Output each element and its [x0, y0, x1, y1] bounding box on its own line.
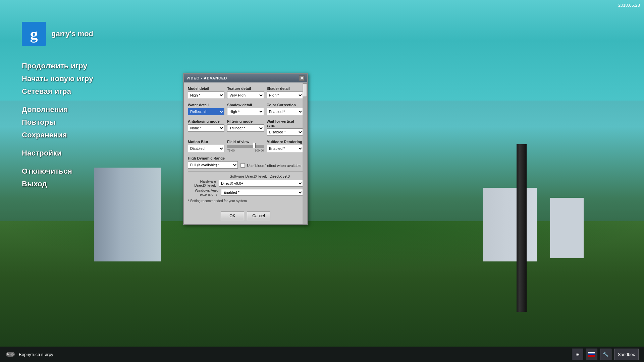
dialog-buttons: OK Cancel [184, 209, 307, 224]
antialiasing-label: Antialiasing mode [188, 119, 224, 123]
model-detail-group: Model detail High * [188, 86, 224, 99]
shader-detail-label: Shader detail [267, 86, 303, 90]
software-dx-row: Software DirectX level: DirectX v9.0 [188, 174, 303, 178]
sandbox-button[interactable]: Sandbox [614, 349, 639, 360]
detail-row-2: Water detail Reflect all Shadow detail H… [188, 103, 303, 115]
svg-rect-7 [588, 352, 595, 354]
hdr-row: High Dynamic Range Full (if available) *… [188, 156, 303, 169]
wrench-icon: 🔧 [603, 352, 608, 357]
shader-detail-select[interactable]: High * [267, 92, 303, 99]
software-dx-value: DirectX v9.0 [270, 174, 303, 178]
svg-rect-9 [588, 355, 595, 357]
taskbar-right: ⊞ 🔧 Sandbox [572, 349, 639, 360]
texture-detail-select[interactable]: Very High [227, 92, 264, 99]
vsync-select[interactable]: Disabled * [267, 128, 303, 136]
software-dx-label: Software DirectX level: [230, 174, 267, 178]
flag-button[interactable] [586, 349, 597, 360]
taskbar: Вернуться в игру ⊞ 🔧 Sandbox [0, 347, 644, 362]
dialog-scrollbar[interactable] [303, 83, 307, 224]
fov-max: 100.00 [255, 149, 264, 152]
hdr-select[interactable]: Full (if available) * [188, 161, 238, 169]
model-detail-label: Model detail [188, 86, 224, 90]
fov-slider-thumb[interactable] [253, 143, 256, 148]
divider [188, 171, 303, 172]
model-detail-select[interactable]: High * [188, 92, 224, 99]
windows-icon: ⊞ [576, 352, 580, 357]
filtering-label: Filtering mode [227, 119, 264, 123]
svg-point-6 [12, 355, 13, 356]
controller-icon [5, 351, 15, 358]
shadow-detail-label: Shadow detail [227, 103, 264, 107]
return-to-game-label[interactable]: Вернуться в игру [19, 352, 53, 357]
detail-row-4: Motion Blur Disabled Field of view 75.00… [188, 140, 303, 152]
dialog-titlebar: VIDEO - ADVANCED ✕ [184, 74, 307, 82]
svg-point-5 [11, 354, 12, 355]
color-correction-select[interactable]: Enabled * [267, 108, 303, 115]
motion-blur-group: Motion Blur Disabled [188, 140, 224, 152]
ok-button[interactable]: OK [221, 212, 244, 220]
settings-note: * Setting recommended for your system [188, 199, 303, 203]
flag-icon [588, 352, 595, 357]
hardware-dx-label: Hardware DirectX level: [188, 179, 216, 187]
filtering-select[interactable]: Trilinear * [227, 124, 264, 132]
detail-row-1: Model detail High * Texture detail Very … [188, 86, 303, 99]
sandbox-label: Sandbox [618, 352, 635, 357]
antialiasing-group: Antialiasing mode None * [188, 119, 224, 136]
dialog-title: VIDEO - ADVANCED [186, 76, 227, 80]
windows-aero-row: Windows Aero extensions: Enabled * [188, 188, 303, 196]
texture-detail-group: Texture detail Very High [227, 86, 264, 99]
windows-aero-select[interactable]: Enabled * [221, 189, 303, 196]
antialiasing-select[interactable]: None * [188, 124, 224, 132]
fov-min: 75.00 [227, 149, 235, 152]
shadow-detail-select[interactable]: High * [227, 108, 264, 115]
multicore-label: Multicore Rendering [267, 140, 303, 144]
windows-aero-label: Windows Aero extensions: [188, 188, 218, 196]
multicore-group: Multicore Rendering Enabled * [267, 140, 303, 152]
hardware-dx-row: Hardware DirectX level: DirectX v9.0+ [188, 179, 303, 187]
vsync-group: Wait for vertical sync Disabled * [267, 119, 303, 136]
svg-point-3 [12, 353, 13, 354]
motion-blur-select[interactable]: Disabled [188, 145, 224, 152]
bloom-group: Use 'bloom' effect when available [240, 157, 303, 168]
water-detail-label: Water detail [188, 103, 224, 107]
vsync-label: Wait for vertical sync [267, 119, 303, 127]
cancel-button[interactable]: Cancel [247, 212, 270, 220]
wrench-button[interactable]: 🔧 [600, 349, 611, 360]
svg-point-4 [13, 354, 14, 355]
hdr-group: High Dynamic Range Full (if available) * [188, 156, 238, 169]
fov-label: Field of view [227, 140, 264, 144]
video-advanced-dialog: VIDEO - ADVANCED ✕ Model detail High * T… [183, 73, 308, 225]
water-detail-select[interactable]: Reflect all [188, 108, 224, 115]
color-correction-group: Color Correction Enabled * [267, 103, 303, 115]
software-info: Software DirectX level: DirectX v9.0 Har… [188, 174, 303, 196]
bloom-label: Use 'bloom' effect when available [247, 164, 301, 168]
shader-detail-group: Shader detail High * [267, 86, 303, 99]
svg-rect-8 [588, 354, 595, 355]
taskbar-left: Вернуться в игру [5, 351, 53, 358]
fov-group: Field of view 75.00 100.00 [227, 140, 264, 152]
water-detail-group: Water detail Reflect all [188, 103, 224, 115]
shadow-detail-group: Shadow detail High * [227, 103, 264, 115]
hardware-dx-select[interactable]: DirectX v9.0+ [219, 180, 303, 187]
scrollbar-thumb[interactable] [303, 83, 307, 97]
filtering-group: Filtering mode Trilinear * [227, 119, 264, 136]
motion-blur-label: Motion Blur [188, 140, 224, 144]
color-correction-label: Color Correction [267, 103, 303, 107]
dialog-overlay: VIDEO - ADVANCED ✕ Model detail High * T… [0, 0, 644, 362]
hdr-label: High Dynamic Range [188, 156, 238, 160]
multicore-select[interactable]: Enabled * [267, 145, 303, 152]
fov-slider-track [227, 145, 264, 148]
fov-values: 75.00 100.00 [227, 149, 264, 152]
svg-rect-2 [7, 354, 9, 355]
texture-detail-label: Texture detail [227, 86, 264, 90]
dialog-body: Model detail High * Texture detail Very … [184, 82, 307, 209]
bloom-checkbox[interactable] [240, 163, 245, 168]
detail-row-3: Antialiasing mode None * Filtering mode … [188, 119, 303, 136]
dialog-close-button[interactable]: ✕ [299, 75, 305, 81]
windows-icon-button[interactable]: ⊞ [572, 349, 583, 360]
